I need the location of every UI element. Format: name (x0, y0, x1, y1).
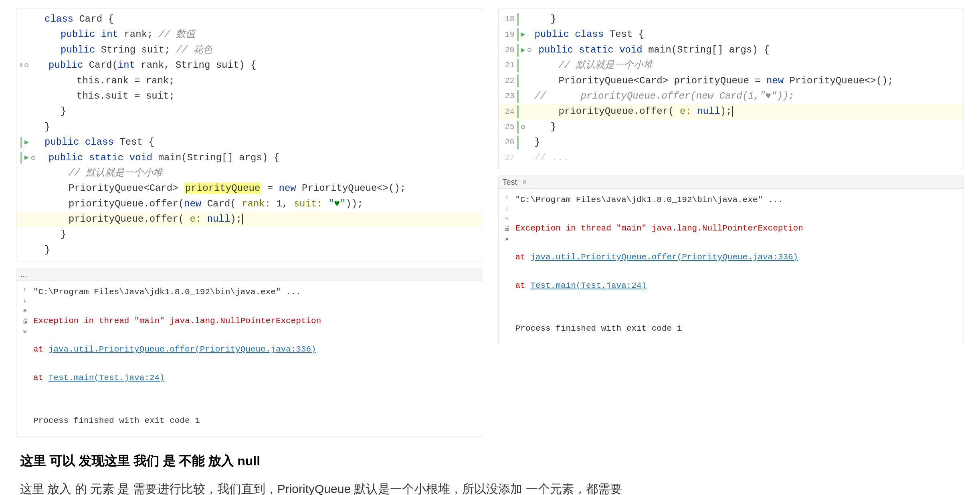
right-gutter-26: 26 (503, 136, 535, 149)
right-code-text-26: } (535, 135, 960, 150)
right-code-text-25: } (535, 119, 960, 135)
line-num-25: 25 (503, 121, 515, 133)
print-btn[interactable]: 🖨 (20, 317, 29, 326)
right-gutter-22: 22 (503, 75, 535, 87)
gutter-10: ▶ (20, 152, 44, 164)
code-line-3: public String suit; // 花色 (16, 42, 482, 58)
right-code-text-22: PriorityQueue<Card> priorityQueue = new … (535, 73, 960, 89)
right-gutter-20: 20 ▶ (503, 44, 535, 57)
body-paragraph: 这里 放入 的 元素 是 需要进行比较，我们直到，PriorityQueue 默… (20, 478, 960, 495)
console-line-1: "C:\Program Files\Java\jdk1.8.0_192\bin\… (33, 285, 478, 299)
right-run-arrow-20[interactable]: ▶ (521, 44, 525, 56)
code-line-11: // 默认就是一个小堆 (16, 166, 482, 181)
two-column-layout: class Card { public int rank; // 数值 (16, 8, 964, 436)
code-line-5: this.rank = rank; (16, 73, 482, 89)
console-line-2: Exception in thread "main" java.lang.Nul… (33, 314, 478, 328)
code-line-4: public Card(int rank, String suit) { (16, 58, 482, 73)
right-scroll-down-btn[interactable]: ↓ (503, 204, 511, 213)
right-gutter-27: 27 (503, 152, 535, 164)
code-text-9: public class Test { (44, 135, 478, 150)
right-wrap-btn[interactable]: ≡ (503, 214, 511, 223)
right-gutter-19: 19 ▶ (503, 28, 535, 41)
left-console-panel: ... ↑ ↓ ≡ 🖨 ✕ "C:\Program Files\Java\jdk… (16, 268, 482, 436)
gutter-9: ▶ (20, 137, 44, 148)
right-console-title: Test (503, 178, 517, 187)
right-code-line-18: 18 } (499, 12, 964, 27)
right-code-line-20: 20 ▶ public static void main(String[] ar… (499, 42, 964, 58)
right-code-line-26: 26 } (499, 135, 964, 150)
code-line-7: } (16, 104, 482, 119)
right-bar-20 (517, 44, 519, 57)
right-console-line-4: at Test.main(Test.java:24) (515, 279, 960, 293)
line-num-27: 27 (503, 152, 515, 164)
right-code-line-24: 24 priorityQueue.offer( e: null); (499, 104, 964, 119)
code-text-12: PriorityQueue<Card> priorityQueue = new … (44, 181, 478, 196)
code-text-2: public int rank; // 数值 (44, 27, 478, 42)
code-text-8: } (44, 119, 478, 135)
right-console-link-2[interactable]: Test.main(Test.java:24) (530, 281, 647, 290)
line-num-18: 18 (503, 13, 515, 26)
left-console-header: ... (16, 268, 482, 281)
right-code-text-23: // priorityQueue.offer(new Card(1,"♥")); (535, 89, 960, 104)
right-code-text-19: public class Test { (535, 27, 960, 42)
line-num-26: 26 (503, 136, 515, 149)
line-num-23: 23 (503, 90, 515, 103)
right-console-sidebar: ↑ ↓ ≡ 🖨 ✕ (503, 193, 515, 336)
bookmark-4 (24, 63, 28, 67)
wrap-btn[interactable]: ≡ (20, 307, 29, 315)
right-console-link-1[interactable]: java.util.PriorityQueue.offer(PriorityQu… (530, 253, 798, 262)
left-code-content: class Card { public int rank; // 数值 (16, 8, 482, 261)
right-code-panel: 18 } 19 ▶ public class Test { (498, 8, 964, 169)
right-code-text-18: } (535, 12, 960, 27)
console-line-3: at java.util.PriorityQueue.offer(Priorit… (33, 342, 478, 357)
code-line-14: priorityQueue.offer( e: null); (16, 212, 482, 227)
left-column: class Card { public int rank; // 数值 (16, 8, 482, 436)
line-num-20: 20 (503, 44, 515, 57)
right-code-line-19: 19 ▶ public class Test { (499, 27, 964, 42)
code-text-1: class Card { (44, 12, 478, 27)
right-gutter-18: 18 (503, 13, 535, 26)
right-gutter-23: 23 (503, 90, 535, 103)
left-bar-9 (20, 137, 22, 148)
right-console-body: ↑ ↓ ≡ 🖨 ✕ "C:\Program Files\Java\jdk1.8.… (499, 189, 964, 344)
code-text-7: } (44, 104, 478, 119)
right-run-arrow-19[interactable]: ▶ (521, 29, 525, 40)
console-link-2[interactable]: Test.main(Test.java:24) (48, 373, 165, 382)
right-column: 18 } 19 ▶ public class Test { (498, 8, 964, 436)
right-code-text-27: // ... (535, 150, 960, 166)
right-code-line-21: 21 // 默认就是一个小堆 (499, 58, 964, 73)
left-console-title: ... (20, 270, 27, 279)
left-console-text: "C:\Program Files\Java\jdk1.8.0_192\bin\… (33, 285, 478, 428)
right-console-line-2: Exception in thread "main" java.lang.Nul… (515, 221, 960, 236)
code-text-5: this.rank = rank; (44, 73, 478, 89)
right-console-line-1: "C:\Program Files\Java\jdk1.8.0_192\bin\… (515, 193, 960, 207)
run-arrow-9[interactable]: ▶ (24, 137, 29, 148)
right-scroll-up-btn[interactable]: ↑ (503, 194, 511, 202)
right-code-line-22: 22 PriorityQueue<Card> priorityQueue = n… (499, 73, 964, 89)
right-gutter-24: 24 (503, 105, 535, 118)
code-line-13: priorityQueue.offer(new Card( rank: 1, s… (16, 196, 482, 212)
right-code-text-21: // 默认就是一个小堆 (535, 58, 960, 73)
right-bar-25 (517, 121, 519, 133)
right-clear-btn[interactable]: ✕ (503, 235, 511, 244)
right-code-line-27: 27 // ... (499, 150, 964, 166)
console-close-icon[interactable]: ✕ (522, 178, 527, 186)
right-bar-23 (517, 90, 519, 103)
body-line-1: 这里 放入 的 元素 是 需要进行比较，我们直到，PriorityQueue 默… (20, 482, 622, 495)
right-bookmark-20 (527, 48, 531, 52)
right-gutter-21: 21 (503, 59, 535, 72)
right-console-panel: Test ✕ ↑ ↓ ≡ 🖨 ✕ "C:\Program Files\Java\… (498, 176, 964, 344)
run-arrow-10[interactable]: ▶ (24, 152, 29, 164)
scroll-down-btn[interactable]: ↓ (20, 296, 29, 305)
right-bar-22 (517, 75, 519, 87)
right-print-btn[interactable]: 🖨 (503, 225, 511, 234)
scroll-up-btn[interactable]: ↑ (20, 286, 29, 295)
code-line-16: } (16, 242, 482, 258)
left-code-panel: class Card { public int rank; // 数值 (16, 8, 482, 261)
left-bar-4 (20, 63, 22, 67)
right-console-header: Test ✕ (499, 176, 964, 189)
clear-btn[interactable]: ✕ (20, 327, 29, 336)
right-code-text-20: public static void main(String[] args) { (535, 42, 960, 58)
console-link-1[interactable]: java.util.PriorityQueue.offer(PriorityQu… (48, 345, 316, 354)
left-bar-10 (20, 152, 22, 164)
